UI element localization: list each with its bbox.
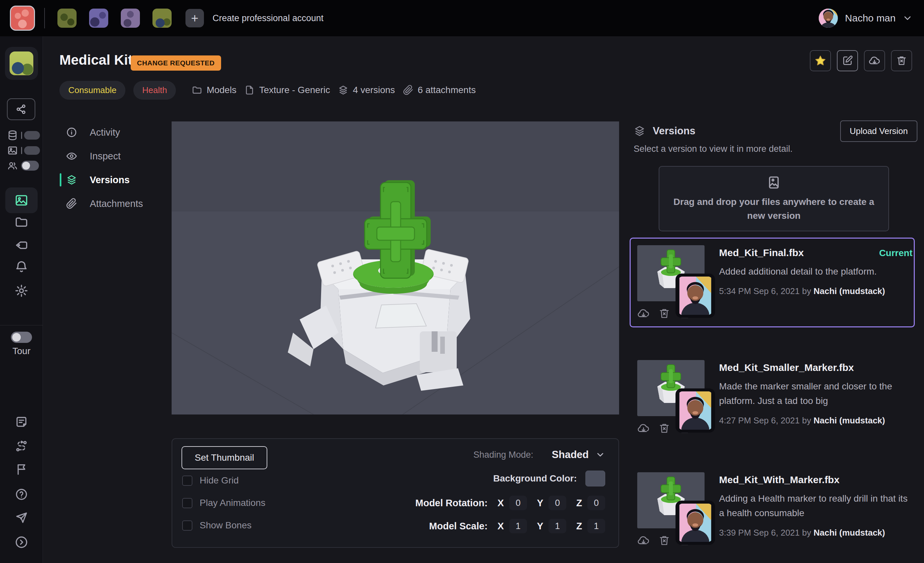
current-badge: Current [879,248,912,258]
sidebar-item-send[interactable] [0,511,43,524]
version-time: 4:27 PM Sep 6, 2021 [719,416,800,425]
top-bar: + Create professional account Nacho man [0,0,924,36]
tour-toggle[interactable] [11,332,32,343]
create-account-label[interactable]: Create professional account [213,13,323,23]
show-bones-label: Show Bones [200,520,252,531]
help-icon [15,488,28,501]
eye-icon [66,150,77,162]
background-color-swatch[interactable] [585,471,605,486]
sidebar-item-notes[interactable] [0,416,43,429]
workspace-tile[interactable] [57,9,76,28]
tag-health[interactable]: Health [134,81,176,100]
user-menu[interactable]: Nacho man [819,9,913,28]
rotation-z-input[interactable] [587,496,605,510]
sidebar-divider [0,325,43,326]
version-time: 3:39 PM Sep 6, 2021 [719,528,800,537]
version-card[interactable]: Med_Kit_With_Marker.fbx Adding a Health … [630,465,915,554]
current-workspace-tile[interactable] [5,47,38,80]
play-animations-row: Play Animations [182,498,266,508]
trash-icon [658,534,670,546]
sidebar-item-notifications[interactable] [0,260,43,274]
tab-activity[interactable]: Activity [66,125,175,140]
sidebar-item-folders[interactable] [0,215,43,229]
workspace-tile[interactable] [121,9,140,28]
rotation-y-input[interactable] [549,496,566,510]
sidebar-item-collapse[interactable] [0,535,43,549]
versions-chip-label: 4 versions [353,85,395,95]
play-animations-checkbox[interactable] [182,498,192,508]
delete-version-button[interactable] [658,534,670,546]
create-account-plus-button[interactable]: + [186,9,204,27]
version-note: Made the marker smaller and closer to th… [719,379,912,408]
mudstack-app: + Create professional account Nacho man [0,0,924,563]
version-filename: Med_Kit_Final.fbx [719,247,804,258]
upload-version-button[interactable]: Upload Version [840,120,917,142]
set-thumbnail-button[interactable]: Set Thumbnail [182,446,267,469]
download-version-button[interactable] [637,422,650,435]
attachments-chip[interactable]: 6 attachments [403,85,476,95]
versions-panel-header: Versions Upload Version [634,122,917,141]
tag-icon [15,238,28,252]
tab-label: Inspect [90,151,121,162]
delete-version-button[interactable] [658,422,670,434]
version-dropzone[interactable]: Drag and drop your files anywhere to cre… [658,166,889,231]
sidebar-item-assets-active[interactable] [5,188,38,213]
tab-inspect[interactable]: Inspect [66,149,175,164]
sidebar-item-settings[interactable] [0,284,43,298]
edit-button[interactable] [837,50,858,71]
texture-chip[interactable]: Texture - Generic [244,85,330,95]
sidebar-row-members[interactable] [7,161,39,171]
edit-icon [842,55,853,66]
show-bones-checkbox[interactable] [182,521,192,531]
scale-x-input[interactable] [509,519,527,533]
cloud-download-icon [637,534,650,547]
tag-consumable[interactable]: Consumable [59,81,125,100]
user-name: Nacho man [845,12,896,24]
axis-y-label: Y [537,498,543,509]
author-avatar [675,273,715,318]
hide-grid-label: Hide Grid [200,475,238,486]
sidebar-row-assets[interactable] [7,130,40,141]
sidebar-item-feedback[interactable] [0,463,43,476]
version-note: Adding a Health marker to really drill i… [719,491,912,521]
shading-mode-row: Shading Mode: Shaded [473,449,605,461]
user-avatar[interactable] [819,9,838,28]
shading-mode-select[interactable]: Shaded [552,449,589,461]
viewport-3d[interactable] [172,122,619,414]
version-meta: 4:27 PM Sep 6, 2021 by Nachi (mudstack) [719,416,912,426]
version-card[interactable]: Med_Kit_Final.fbx Current Added addition… [630,237,915,327]
members-toggle[interactable] [21,161,39,171]
delete-button[interactable] [891,50,912,71]
version-note: Added additional detail to the platform. [719,264,912,279]
bell-icon [15,260,28,274]
download-version-button[interactable] [637,307,650,320]
trash-icon [896,55,907,66]
version-card[interactable]: Med_Kit_Smaller_Marker.fbx Made the mark… [630,353,915,442]
workspace-tile[interactable] [153,9,172,28]
hide-grid-checkbox[interactable] [182,476,192,486]
sidebar-row-files[interactable] [7,145,40,156]
favorite-button[interactable] [810,50,831,71]
version-meta: 5:34 PM Sep 6, 2021 by Nachi (mudstack) [719,286,912,296]
image-icon [766,175,781,190]
users-icon [7,161,18,171]
sidebar-item-tags[interactable] [0,238,43,252]
rotation-x-input[interactable] [509,496,527,510]
workspace-tile[interactable] [89,9,108,28]
delete-version-button[interactable] [658,308,670,320]
scale-y-input[interactable] [549,519,566,533]
workspace-tile-selected[interactable] [10,6,35,31]
sidebar-item-roadmap[interactable] [0,440,43,453]
share-button[interactable] [7,98,35,120]
versions-chip[interactable]: 4 versions [338,85,395,95]
scale-z-input[interactable] [587,519,605,533]
tab-attachments[interactable]: Attachments [66,196,175,211]
download-version-button[interactable] [637,534,650,547]
image-icon [7,145,18,156]
folder-chip[interactable]: Models [192,85,236,95]
download-button[interactable] [864,50,885,71]
version-by: by [802,528,811,537]
author-avatar [675,501,715,545]
sidebar-item-help[interactable] [0,488,43,501]
tab-versions[interactable]: Versions [66,172,175,188]
